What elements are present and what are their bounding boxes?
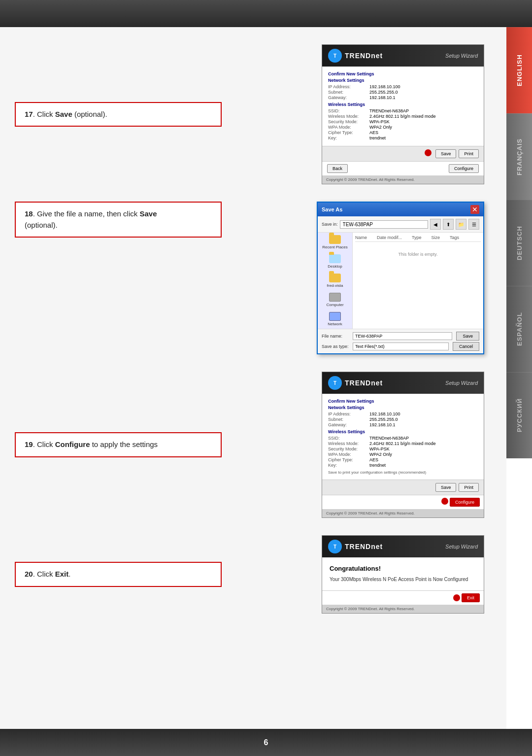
step-20-bold: Exit	[55, 570, 69, 578]
wizard-19-gateway: Gateway: 192.168.10.1	[328, 422, 478, 427]
wizard-19-key: Key: trendnet	[328, 463, 478, 468]
save-in-field[interactable]	[340, 220, 428, 229]
col-name: Name	[355, 235, 367, 240]
toolbar-btn-view[interactable]: ☰	[468, 219, 479, 230]
toolbar-btn-back[interactable]: ◀	[430, 219, 441, 230]
save-dialog-screenshot: Save As ✕ Save in: ◀ ⬆ 📁 ☰ Recent Place	[317, 202, 484, 354]
toolbar-btn-folder[interactable]: 📁	[456, 219, 466, 230]
wizard-19-wireless-title: Wireless Settings	[328, 429, 478, 434]
wizard-20-exit-btn[interactable]: Exit	[462, 593, 480, 602]
dialog-column-headers: Name Date modif... Type Size Tags	[355, 235, 481, 242]
sidebar-recent-label: Recent Places	[322, 245, 348, 249]
wizard-17-back-btn[interactable]: Back	[327, 164, 348, 173]
trendnet-logo-icon-19: T	[328, 376, 342, 390]
wizard-19-wpamode: WPA Mode: WPA2 Only	[328, 452, 478, 457]
wizard-19-ssid: SSID: TRENDnet-N638AP	[328, 436, 478, 441]
wizard-17-key: Key: trendnet	[328, 136, 478, 140]
congrats-text: Your 300Mbps Wireless N PoE Access Point…	[330, 576, 476, 583]
step-20-left: 20. Click Exit.	[15, 562, 222, 587]
col-date: Date modif...	[377, 235, 402, 240]
step-17-section: 17. Click Save (optional). T TRENDnet Se…	[15, 44, 492, 184]
wizard-17-print-btn[interactable]: Print	[459, 149, 479, 158]
filename-input[interactable]	[353, 332, 452, 340]
step-19-instruction: 19. Click Configure to apply the setting…	[15, 432, 222, 457]
wizard-20-red-dot	[453, 594, 460, 601]
main-content: 17. Click Save (optional). T TRENDnet Se…	[0, 27, 506, 729]
dialog-savetype-row: Save as type: Cancel	[322, 342, 479, 351]
step-19-left: 19. Click Configure to apply the setting…	[15, 432, 222, 457]
wizard-17-nav-btns: Back Configure	[322, 161, 484, 175]
wizard-19-save-note: Save to print your configuration setting…	[328, 470, 478, 475]
sidebar-fredvista[interactable]: fred-vista	[320, 274, 350, 288]
wizard-17-cipher: Cipher Type: AES	[328, 130, 478, 135]
wizard-17-confirm-title: Confirm New Settings	[328, 71, 478, 76]
step-18-left: 18. Give the file a name, then click Sav…	[15, 202, 222, 238]
step-19-bold: Configure	[55, 440, 90, 448]
step-19-right: T TRENDnet Setup Wizard Confirm New Sett…	[222, 372, 492, 518]
wizard-20-header: T TRENDnet Setup Wizard	[322, 536, 484, 557]
save-in-label: Save in:	[322, 222, 338, 227]
lang-tab-english[interactable]: ENGLISH	[506, 27, 532, 113]
wizard-17-copyright: Copyright © 2009 TRENDnet. All Rights Re…	[322, 175, 484, 184]
savetype-input[interactable]	[353, 343, 449, 350]
step-20-right: T TRENDnet Setup Wizard Congratulations!…	[222, 535, 492, 614]
wizard-17-title: Setup Wizard	[445, 53, 478, 59]
lang-tab-russian[interactable]: РУССКИЙ	[506, 372, 532, 458]
wizard-19-subnet: Subnet: 255.255.255.0	[328, 417, 478, 422]
wizard-17-save-btn[interactable]: Save	[435, 149, 457, 158]
wizard-17-gateway: Gateway: 192.168.10.1	[328, 95, 478, 100]
dialog-toolbar: Save in: ◀ ⬆ 📁 ☰	[318, 216, 483, 233]
dialog-cancel-button[interactable]: Cancel	[453, 342, 479, 351]
sidebar-desktop[interactable]: Desktop	[320, 254, 350, 269]
desktop-icon	[329, 254, 341, 263]
wizard-20-exit-row: Exit	[322, 590, 484, 605]
step-20-instruction: 20. Click Exit.	[15, 562, 222, 587]
sidebar-computer[interactable]: Computer	[320, 293, 350, 307]
sidebar-fredvista-label: fred-vista	[327, 283, 343, 288]
wizard-19-copyright: Copyright © 2009 TRENDnet. All Rights Re…	[322, 509, 484, 517]
dialog-close-button[interactable]: ✕	[470, 205, 479, 214]
lang-tab-francais[interactable]: FRANÇAIS	[506, 113, 532, 200]
wizard-20-copyright: Copyright © 2009 TRENDnet. All Rights Re…	[322, 605, 484, 613]
step-18-number: 18. Give the file a name, then click Sav…	[25, 209, 157, 229]
sidebar-network-label: Network	[328, 322, 342, 326]
sidebar-network[interactable]: Network	[320, 312, 350, 326]
dialog-empty-message: This folder is empty.	[355, 252, 481, 257]
wizard-19-ip: IP Address: 192.168.10.100	[328, 412, 478, 416]
sidebar-computer-label: Computer	[326, 303, 343, 307]
toolbar-btn-up[interactable]: ⬆	[443, 219, 454, 230]
wizard-17-wmode: Wireless Mode: 2.4GHz 802.11 b/g/n mixed…	[328, 114, 478, 119]
step-18-right: Save As ✕ Save in: ◀ ⬆ 📁 ☰ Recent Place	[222, 202, 492, 354]
lang-tab-deutsch[interactable]: DEUTSCH	[506, 200, 532, 286]
wizard-17-footer-btns: Save Print	[322, 146, 484, 161]
savetype-label: Save as type:	[322, 344, 349, 349]
wizard-19-network-title: Network Settings	[328, 405, 478, 410]
page-number: 6	[264, 738, 268, 747]
wizard-19-cipher: Cipher Type: AES	[328, 457, 478, 462]
dialog-sidebar: Recent Places Desktop fred-vista Co	[318, 233, 352, 329]
dialog-main-area: Recent Places Desktop fred-vista Co	[318, 233, 483, 329]
top-bar	[0, 0, 532, 27]
dialog-footer: File name: Save Save as type: Cancel	[318, 329, 483, 353]
wizard-19-save-btn[interactable]: Save	[435, 483, 457, 492]
sidebar-recent[interactable]: Recent Places	[320, 235, 350, 249]
wizard-17-body: Confirm New Settings Network Settings IP…	[322, 67, 484, 146]
wizard-17-network-title: Network Settings	[328, 78, 478, 83]
wizard-19-configure-btn[interactable]: Configure	[450, 498, 480, 507]
recent-places-icon	[329, 235, 341, 244]
wizard-19-security: Security Mode: WPA-PSK	[328, 447, 478, 451]
wizard-17-security: Security Mode: WPA-PSK	[328, 119, 478, 124]
step-17-bold: Save	[55, 110, 72, 118]
lang-tab-espanol[interactable]: ESPAÑOL	[506, 286, 532, 372]
trendnet-logo-icon-17: T	[328, 49, 342, 63]
bottom-bar: 6	[0, 729, 532, 756]
wizard-19-header: T TRENDnet Setup Wizard	[322, 372, 484, 394]
wizard-19-print-btn[interactable]: Print	[459, 483, 479, 492]
wizard-17-configure-btn[interactable]: Configure	[449, 164, 479, 173]
wizard-19-red-dot	[441, 498, 448, 505]
fredvista-icon	[329, 274, 341, 282]
dialog-save-button[interactable]: Save	[456, 332, 479, 341]
wizard-19-logo: T TRENDnet	[328, 376, 383, 390]
step-20-number: 20. Click Exit.	[25, 570, 70, 578]
wizard-19-logo-text: TRENDnet	[345, 379, 383, 387]
